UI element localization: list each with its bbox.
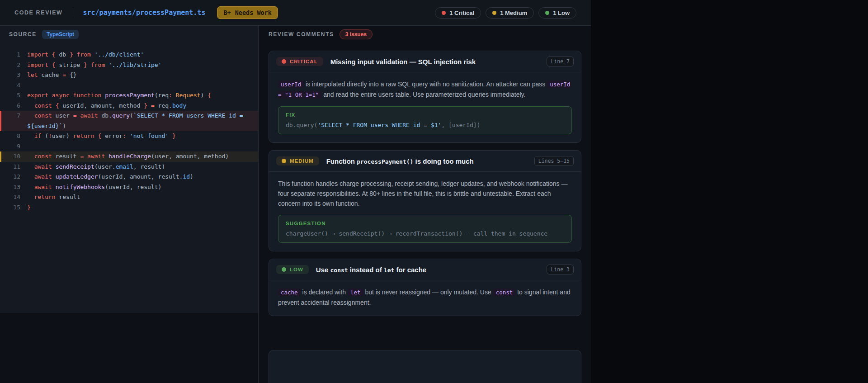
- line-number[interactable]: 2: [0, 60, 27, 71]
- severity-badge-label: LOW: [290, 267, 303, 272]
- code-token: [70, 92, 73, 99]
- line-reference-chip[interactable]: Lines 5–15: [534, 156, 574, 166]
- code-token: await: [87, 153, 105, 160]
- code-line: 5export async function processPayment(re…: [0, 90, 258, 101]
- comment-body-text: cache is declared with let but is never …: [278, 287, 572, 307]
- code-token: [27, 163, 34, 170]
- line-number[interactable]: 9: [0, 142, 27, 152]
- severity-dot-icon: [492, 11, 496, 15]
- code-token: (user, amount, method): [151, 153, 229, 160]
- comment-title: Missing input validation — SQL injection…: [330, 58, 476, 66]
- code-token: =: [151, 102, 155, 109]
- line-number[interactable]: 10: [0, 151, 27, 162]
- source-panel-title: SOURCE: [9, 31, 37, 38]
- code-line: 13 await notifyWebhooks(userId, result): [0, 182, 258, 193]
- code-token: !: [48, 132, 52, 139]
- code-token: [27, 132, 34, 139]
- severity-count-pill[interactable]: 1 Critical: [435, 7, 481, 19]
- line-number[interactable]: 3: [0, 70, 27, 80]
- code-token: (req: [155, 92, 169, 99]
- severity-count-pill[interactable]: 1 Low: [538, 7, 576, 19]
- code-token: Request: [176, 92, 201, 99]
- body-text-segment: but is never reassigned — only mutated. …: [363, 288, 493, 296]
- app-window: CODE REVIEW src/payments/processPayment.…: [0, 0, 591, 383]
- code-token: :: [169, 92, 172, 99]
- code-token: export: [27, 92, 48, 99]
- code-line: 8 if (!user) return { error: 'not found'…: [0, 131, 258, 142]
- code-token: [91, 51, 94, 58]
- severity-badge: LOW: [276, 265, 309, 274]
- header-divider: [73, 8, 73, 18]
- severity-badge: CRITICAL: [276, 57, 323, 66]
- body-text-segment: This function handles charge processing,…: [278, 180, 568, 207]
- line-reference-chip[interactable]: Line 7: [547, 57, 574, 66]
- main-content: SOURCE TypeScript 1import { db } from '.…: [0, 26, 591, 383]
- severity-dot-icon: [282, 159, 286, 163]
- line-number[interactable]: 13: [0, 182, 27, 193]
- code-token: [48, 51, 52, 58]
- code-token: await: [34, 184, 52, 190]
- code-token: user: [52, 112, 73, 119]
- severity-counts: 1 Critical1 Medium1 Low: [435, 7, 576, 19]
- code-token: [94, 132, 98, 139]
- code-token: =: [62, 71, 66, 78]
- severity-count-pill[interactable]: 1 Medium: [486, 7, 534, 19]
- line-number[interactable]: 11: [0, 162, 27, 172]
- code-token: const: [34, 112, 52, 119]
- code-token: [52, 102, 56, 109]
- source-panel: SOURCE TypeScript 1import { db } from '.…: [0, 26, 259, 383]
- line-reference-chip[interactable]: Line 3: [547, 265, 574, 274]
- inline-code-chip: let: [348, 288, 363, 296]
- code-token: {: [52, 51, 56, 58]
- code-token: [84, 153, 87, 160]
- code-token: await: [34, 173, 52, 180]
- line-number[interactable]: 14: [0, 192, 27, 203]
- line-number[interactable]: 8: [0, 131, 27, 142]
- source-surface: SOURCE TypeScript 1import { db } from '.…: [0, 26, 258, 313]
- comment-title-segment: const: [330, 267, 348, 274]
- line-number[interactable]: 7: [0, 111, 27, 131]
- app-header: CODE REVIEW src/payments/processPayment.…: [0, 0, 591, 26]
- code-text: const { userId, amount, method } = req.b…: [27, 101, 258, 111]
- code-token: 'not found': [130, 132, 169, 139]
- language-badge: TypeScript: [42, 30, 79, 39]
- code-line: 4: [0, 80, 258, 91]
- severity-badge-label: MEDIUM: [290, 158, 314, 164]
- line-number[interactable]: 1: [0, 50, 27, 60]
- code-line: 9: [0, 142, 258, 152]
- code-text: await notifyWebhooks(userId, result): [27, 182, 258, 193]
- comment-title-segment: processPayment(): [357, 158, 413, 165]
- review-panel-header: REVIEW COMMENTS 3 issues: [269, 26, 581, 43]
- comment-card-header: CRITICALMissing input validation — SQL i…: [269, 51, 581, 72]
- fix-code: db.query('SELECT * FROM users WHERE id =…: [286, 122, 564, 128]
- fix-label: FIX: [286, 112, 564, 118]
- severity-dot-icon: [442, 11, 446, 15]
- code-token: (user.: [94, 163, 116, 170]
- code-token: ): [62, 123, 66, 129]
- code-line: 2import { stripe } from '../lib/stripe': [0, 60, 258, 71]
- issues-count-badge: 3 issues: [340, 29, 373, 39]
- code-token: (: [41, 132, 48, 139]
- code-token: }: [144, 102, 147, 109]
- severity-count-label: 1 Low: [553, 9, 570, 16]
- code-token: [126, 132, 130, 139]
- inline-code-chip: cache: [278, 288, 301, 296]
- comment-card-partial: [269, 350, 581, 383]
- comment-list: CRITICALMissing input validation — SQL i…: [269, 51, 581, 383]
- code-token: db: [56, 51, 70, 58]
- line-number[interactable]: 15: [0, 203, 27, 213]
- code-token: sendReceipt: [56, 163, 94, 170]
- code-token: [105, 61, 108, 68]
- severity-dot-icon: [545, 11, 549, 15]
- line-number[interactable]: 4: [0, 80, 27, 91]
- line-number[interactable]: 5: [0, 90, 27, 101]
- body-text-segment: and read the entire users table. Use par…: [321, 91, 525, 98]
- line-number[interactable]: 6: [0, 101, 27, 111]
- code-line: 1import { db } from '../db/client': [0, 50, 258, 60]
- code-token: [27, 173, 34, 180]
- severity-badge-label: CRITICAL: [290, 59, 318, 64]
- code-token: [87, 61, 91, 68]
- code-token: userId, amount, method: [59, 102, 144, 109]
- code-text: const user = await db.query(`SELECT * FR…: [27, 111, 258, 131]
- line-number[interactable]: 12: [0, 172, 27, 182]
